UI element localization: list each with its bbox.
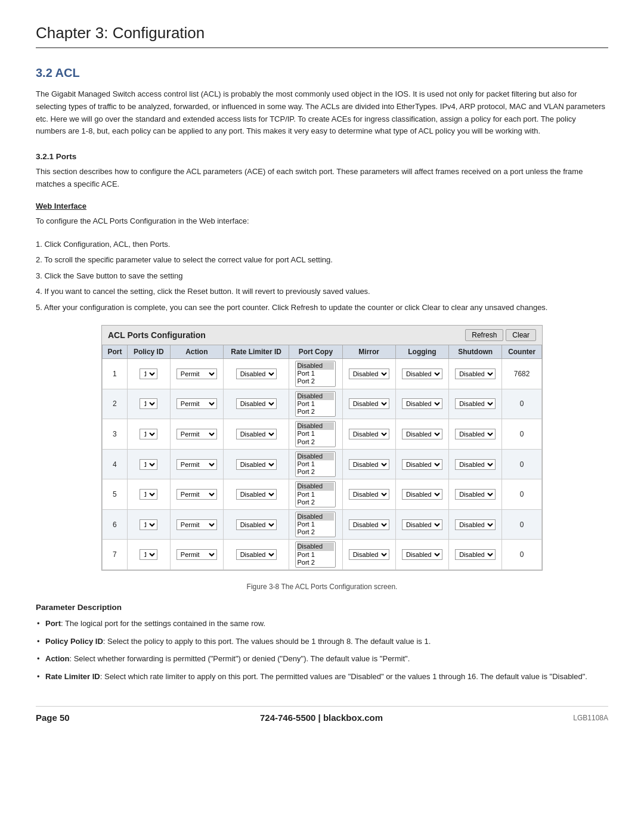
port-copy-select[interactable]: DisabledPort 1Port 2	[295, 421, 336, 447]
cell-action[interactable]: PermitDeny	[170, 479, 223, 510]
cell-mirror[interactable]: DisabledEnabled	[342, 389, 395, 419]
cell-action[interactable]: PermitDeny	[170, 509, 223, 540]
action-select[interactable]: PermitDeny	[177, 549, 217, 560]
policy-id-select[interactable]: 12345678	[140, 549, 157, 560]
clear-button[interactable]: Clear	[506, 329, 536, 341]
cell-rate-limiter[interactable]: Disabled12345678910111213141516	[223, 479, 289, 510]
cell-port-copy[interactable]: DisabledPort 1Port 2	[289, 389, 342, 419]
cell-logging[interactable]: DisabledEnabled	[395, 389, 448, 419]
rate-limiter-select[interactable]: Disabled12345678910111213141516	[236, 549, 277, 560]
cell-rate-limiter[interactable]: Disabled12345678910111213141516	[223, 449, 289, 479]
policy-id-select[interactable]: 12345678	[140, 489, 157, 500]
shutdown-select[interactable]: DisabledEnabled	[455, 429, 496, 439]
cell-logging[interactable]: DisabledEnabled	[395, 479, 448, 510]
port-copy-select[interactable]: DisabledPort 1Port 2	[295, 512, 336, 538]
cell-policy-id[interactable]: 12345678	[127, 509, 170, 540]
cell-rate-limiter[interactable]: Disabled12345678910111213141516	[223, 359, 289, 389]
cell-policy-id[interactable]: 12345678	[127, 449, 170, 479]
cell-rate-limiter[interactable]: Disabled12345678910111213141516	[223, 419, 289, 450]
logging-select[interactable]: DisabledEnabled	[402, 398, 442, 409]
mirror-select[interactable]: DisabledEnabled	[349, 398, 389, 409]
mirror-select[interactable]: DisabledEnabled	[349, 429, 389, 439]
policy-id-select[interactable]: 12345678	[140, 519, 157, 530]
port-copy-select[interactable]: DisabledPort 1Port 2	[295, 361, 336, 387]
port-copy-select[interactable]: DisabledPort 1Port 2	[295, 451, 336, 478]
shutdown-select[interactable]: DisabledEnabled	[455, 459, 496, 470]
rate-limiter-select[interactable]: Disabled12345678910111213141516	[236, 459, 277, 470]
cell-action[interactable]: PermitDeny	[170, 389, 223, 419]
port-copy-select[interactable]: DisabledPort 1Port 2	[295, 541, 336, 568]
cell-port-copy[interactable]: DisabledPort 1Port 2	[289, 419, 342, 450]
cell-logging[interactable]: DisabledEnabled	[395, 449, 448, 479]
refresh-button[interactable]: Refresh	[465, 329, 503, 341]
policy-id-select[interactable]: 12345678	[140, 368, 157, 379]
mirror-select[interactable]: DisabledEnabled	[349, 519, 389, 530]
cell-shutdown[interactable]: DisabledEnabled	[449, 479, 502, 510]
cell-port-copy[interactable]: DisabledPort 1Port 2	[289, 479, 342, 510]
shutdown-select[interactable]: DisabledEnabled	[455, 489, 496, 500]
cell-shutdown[interactable]: DisabledEnabled	[449, 389, 502, 419]
action-select[interactable]: PermitDeny	[177, 459, 217, 470]
logging-select[interactable]: DisabledEnabled	[402, 459, 442, 470]
cell-port-copy[interactable]: DisabledPort 1Port 2	[289, 509, 342, 540]
policy-id-select[interactable]: 12345678	[140, 459, 157, 470]
cell-rate-limiter[interactable]: Disabled12345678910111213141516	[223, 540, 289, 570]
shutdown-select[interactable]: DisabledEnabled	[455, 368, 496, 379]
cell-policy-id[interactable]: 12345678	[127, 389, 170, 419]
mirror-select[interactable]: DisabledEnabled	[349, 459, 389, 470]
cell-shutdown[interactable]: DisabledEnabled	[449, 509, 502, 540]
logging-select[interactable]: DisabledEnabled	[402, 429, 442, 439]
cell-policy-id[interactable]: 12345678	[127, 540, 170, 570]
cell-shutdown[interactable]: DisabledEnabled	[449, 449, 502, 479]
logging-select[interactable]: DisabledEnabled	[402, 549, 442, 560]
rate-limiter-select[interactable]: Disabled12345678910111213141516	[236, 368, 277, 379]
logging-select[interactable]: DisabledEnabled	[402, 489, 442, 500]
rate-limiter-select[interactable]: Disabled12345678910111213141516	[236, 489, 277, 500]
cell-mirror[interactable]: DisabledEnabled	[342, 449, 395, 479]
cell-shutdown[interactable]: DisabledEnabled	[449, 540, 502, 570]
cell-rate-limiter[interactable]: Disabled12345678910111213141516	[223, 509, 289, 540]
cell-port-copy[interactable]: DisabledPort 1Port 2	[289, 449, 342, 479]
action-select[interactable]: PermitDeny	[177, 368, 217, 379]
cell-policy-id[interactable]: 12345678	[127, 419, 170, 450]
mirror-select[interactable]: DisabledEnabled	[349, 549, 389, 560]
cell-action[interactable]: PermitDeny	[170, 359, 223, 389]
mirror-select[interactable]: DisabledEnabled	[349, 368, 389, 379]
cell-policy-id[interactable]: 12345678	[127, 359, 170, 389]
port-copy-select[interactable]: DisabledPort 1Port 2	[295, 481, 336, 507]
policy-id-select[interactable]: 12345678	[140, 398, 157, 409]
action-select[interactable]: PermitDeny	[177, 429, 217, 439]
cell-logging[interactable]: DisabledEnabled	[395, 419, 448, 450]
port-copy-select[interactable]: DisabledPort 1Port 2	[295, 391, 336, 417]
action-select[interactable]: PermitDeny	[177, 398, 217, 409]
cell-shutdown[interactable]: DisabledEnabled	[449, 419, 502, 450]
logging-select[interactable]: DisabledEnabled	[402, 519, 442, 530]
cell-port-copy[interactable]: DisabledPort 1Port 2	[289, 540, 342, 570]
cell-logging[interactable]: DisabledEnabled	[395, 359, 448, 389]
cell-rate-limiter[interactable]: Disabled12345678910111213141516	[223, 389, 289, 419]
shutdown-select[interactable]: DisabledEnabled	[455, 519, 496, 530]
rate-limiter-select[interactable]: Disabled12345678910111213141516	[236, 519, 277, 530]
mirror-select[interactable]: DisabledEnabled	[349, 489, 389, 500]
cell-mirror[interactable]: DisabledEnabled	[342, 359, 395, 389]
cell-mirror[interactable]: DisabledEnabled	[342, 540, 395, 570]
cell-mirror[interactable]: DisabledEnabled	[342, 509, 395, 540]
cell-action[interactable]: PermitDeny	[170, 419, 223, 450]
cell-action[interactable]: PermitDeny	[170, 540, 223, 570]
cell-logging[interactable]: DisabledEnabled	[395, 540, 448, 570]
rate-limiter-select[interactable]: Disabled12345678910111213141516	[236, 398, 277, 409]
cell-mirror[interactable]: DisabledEnabled	[342, 479, 395, 510]
cell-policy-id[interactable]: 12345678	[127, 479, 170, 510]
policy-id-select[interactable]: 12345678	[140, 429, 157, 439]
action-select[interactable]: PermitDeny	[177, 519, 217, 530]
cell-mirror[interactable]: DisabledEnabled	[342, 419, 395, 450]
shutdown-select[interactable]: DisabledEnabled	[455, 398, 496, 409]
shutdown-select[interactable]: DisabledEnabled	[455, 549, 496, 560]
cell-shutdown[interactable]: DisabledEnabled	[449, 359, 502, 389]
rate-limiter-select[interactable]: Disabled12345678910111213141516	[236, 429, 277, 439]
cell-logging[interactable]: DisabledEnabled	[395, 509, 448, 540]
action-select[interactable]: PermitDeny	[177, 489, 217, 500]
cell-port-copy[interactable]: DisabledPort 1Port 2	[289, 359, 342, 389]
cell-action[interactable]: PermitDeny	[170, 449, 223, 479]
logging-select[interactable]: DisabledEnabled	[402, 368, 442, 379]
